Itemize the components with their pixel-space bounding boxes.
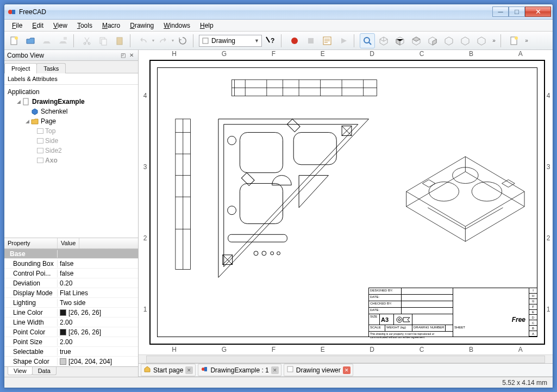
drawing-sheet: DESIGNED BY: DATE: CHECKED BY: DATE: SIZ… bbox=[149, 60, 545, 345]
doc-icon bbox=[143, 365, 151, 375]
redo-button[interactable] bbox=[155, 33, 171, 48]
toolbar-overflow-2[interactable]: » bbox=[523, 33, 530, 48]
prop-row[interactable]: Bounding Boxfalse bbox=[4, 259, 138, 269]
macro-record-button[interactable] bbox=[287, 33, 302, 48]
prop-row[interactable]: Control Poi...false bbox=[4, 269, 138, 278]
macro-stop-button[interactable] bbox=[303, 33, 318, 48]
menu-tools[interactable]: Tools bbox=[73, 21, 97, 30]
menu-help[interactable]: Help bbox=[196, 21, 218, 30]
saveas-button[interactable] bbox=[55, 33, 71, 48]
prop-row[interactable]: Point Color[26, 26, 26] bbox=[4, 327, 138, 337]
macro-list-button[interactable] bbox=[320, 33, 335, 48]
ruler-bottom: HGFEDCBA bbox=[149, 346, 545, 354]
doc-close-icon[interactable]: ✕ bbox=[185, 366, 193, 374]
svg-rect-9 bbox=[117, 38, 122, 45]
menu-windows[interactable]: Windows bbox=[159, 21, 195, 30]
svg-rect-36 bbox=[240, 133, 283, 173]
prop-row[interactable]: LightingTwo side bbox=[4, 298, 138, 308]
document-tree[interactable]: Application ◢DrawingExample Schenkel ◢Pa… bbox=[4, 85, 138, 238]
tree-doc[interactable]: ◢DrawingExample bbox=[5, 97, 137, 107]
view-left-button[interactable] bbox=[474, 33, 489, 48]
maximize-button[interactable]: □ bbox=[509, 7, 525, 17]
tree-view-side2[interactable]: Side2 bbox=[5, 146, 137, 155]
doc-close-icon[interactable]: ✕ bbox=[343, 366, 351, 374]
main-window: FreeCAD ─ □ ✕ File Edit View Tools Macro… bbox=[4, 4, 553, 388]
prop-row[interactable]: Point Size2.00 bbox=[4, 337, 138, 347]
prop-row[interactable]: Line Color[26, 26, 26] bbox=[4, 308, 138, 318]
tree-part[interactable]: Schenkel bbox=[5, 107, 137, 116]
drawing-new-button[interactable] bbox=[506, 33, 522, 48]
open-button[interactable] bbox=[23, 33, 38, 48]
svg-point-49 bbox=[277, 252, 280, 255]
tab-project[interactable]: Project bbox=[4, 63, 37, 73]
view-front-button[interactable] bbox=[392, 33, 408, 48]
prop-row[interactable]: Shape Color[204, 204, 204] bbox=[4, 357, 138, 366]
undock-icon[interactable]: ◰ bbox=[119, 52, 127, 59]
prop-row[interactable]: Display ModeFlat Lines bbox=[4, 288, 138, 298]
view-rear-button[interactable] bbox=[441, 33, 456, 48]
prop-row[interactable]: Line Width2.00 bbox=[4, 318, 138, 327]
tree-page[interactable]: ◢Page bbox=[5, 116, 137, 126]
drawing-canvas[interactable]: HGFEDCBA HGFEDCBA 1234 1234 bbox=[139, 50, 553, 364]
tab-view[interactable]: View bbox=[8, 367, 33, 375]
toolbar-overflow[interactable]: » bbox=[490, 33, 498, 48]
menu-edit[interactable]: Edit bbox=[28, 21, 48, 30]
doc-tab[interactable]: Drawing viewer✕ bbox=[284, 364, 353, 376]
prop-row[interactable]: Deviation0.20 bbox=[4, 278, 138, 288]
workbench-select[interactable]: Drawing ▼ bbox=[199, 35, 262, 47]
menu-file[interactable]: File bbox=[8, 21, 27, 30]
view-axo-button[interactable] bbox=[376, 33, 391, 48]
new-button[interactable] bbox=[7, 33, 22, 48]
save-button[interactable] bbox=[39, 33, 54, 48]
combo-view-header[interactable]: Combo View ◰ ✕ bbox=[4, 50, 138, 61]
ruler-top: HGFEDCBA bbox=[149, 50, 545, 59]
menu-view[interactable]: View bbox=[49, 21, 72, 30]
tab-tasks[interactable]: Tasks bbox=[36, 63, 66, 73]
view-bottom-button[interactable] bbox=[458, 33, 473, 48]
prop-row[interactable]: Selectabletrue bbox=[4, 347, 138, 357]
menu-macro[interactable]: Macro bbox=[98, 21, 124, 30]
titlebar[interactable]: FreeCAD ─ □ ✕ bbox=[4, 4, 553, 20]
document-tabs: Start page✕DrawingExample : 1✕Drawing vi… bbox=[139, 364, 553, 377]
close-button[interactable]: ✕ bbox=[525, 7, 551, 17]
menu-drawing[interactable]: Drawing bbox=[126, 21, 158, 30]
copy-button[interactable] bbox=[96, 33, 111, 48]
refresh-button[interactable] bbox=[175, 33, 190, 48]
undo-button[interactable] bbox=[136, 33, 151, 48]
cut-button[interactable] bbox=[79, 33, 95, 48]
tree-view-top[interactable]: Top bbox=[5, 126, 137, 136]
macro-play-button[interactable] bbox=[336, 33, 351, 48]
tree-root[interactable]: Application bbox=[5, 87, 137, 97]
combo-tabs: Project Tasks bbox=[4, 61, 138, 73]
main-area: HGFEDCBA HGFEDCBA 1234 1234 bbox=[139, 50, 553, 377]
property-list[interactable]: Base Bounding BoxfalseControl Poi...fals… bbox=[4, 249, 138, 366]
doc-label: Drawing viewer bbox=[296, 366, 341, 374]
tree-view-axo[interactable]: Axo bbox=[5, 155, 137, 165]
svg-rect-38 bbox=[240, 183, 283, 223]
doc-tab[interactable]: DrawingExample : 1✕ bbox=[198, 364, 281, 376]
labels-attributes-header: Labels & Attributes bbox=[4, 73, 138, 85]
paste-button[interactable] bbox=[112, 33, 127, 48]
property-header: Property Value bbox=[4, 238, 138, 249]
view-top-button[interactable] bbox=[409, 33, 424, 48]
property-col[interactable]: Property bbox=[4, 238, 58, 248]
whatsthis-button[interactable]: ? bbox=[263, 33, 278, 48]
close-panel-icon[interactable]: ✕ bbox=[128, 52, 135, 59]
minimize-button[interactable]: ─ bbox=[492, 7, 509, 17]
doc-tab[interactable]: Start page✕ bbox=[141, 364, 196, 376]
view-fit-button[interactable] bbox=[360, 33, 375, 48]
status-coords: 5.52 x 4.14 mm bbox=[502, 379, 547, 387]
doc-icon bbox=[22, 98, 30, 105]
doc-label: DrawingExample : 1 bbox=[210, 366, 268, 374]
doc-icon bbox=[286, 365, 294, 375]
prop-group-base: Base bbox=[4, 249, 138, 259]
view-right-button[interactable] bbox=[425, 33, 440, 48]
svg-rect-13 bbox=[308, 38, 314, 43]
tab-data[interactable]: Data bbox=[32, 367, 57, 375]
svg-point-0 bbox=[8, 10, 12, 14]
value-col[interactable]: Value bbox=[58, 238, 79, 248]
part-icon bbox=[30, 108, 39, 115]
doc-close-icon[interactable]: ✕ bbox=[271, 366, 279, 374]
horizontal-scrollbar[interactable] bbox=[139, 354, 553, 363]
tree-view-side[interactable]: Side bbox=[5, 136, 137, 146]
